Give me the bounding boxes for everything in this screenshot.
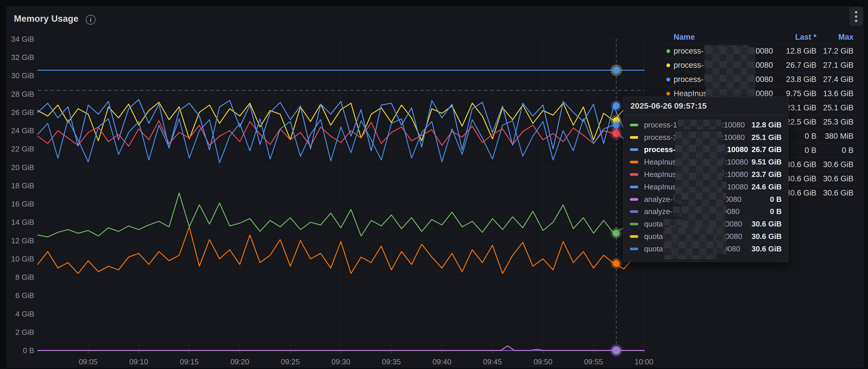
legend-last-value: 12.8 GiB [773,47,816,56]
tooltip-series-swatch [630,248,638,250]
tooltip-series-swatch [630,148,638,151]
y-axis-label: 12 GiB [11,236,34,245]
hover-point [613,130,620,137]
hover-point [612,346,620,355]
tooltip-series-swatch [630,235,638,238]
legend-last-value: 23.8 GiB [773,75,816,84]
y-axis-label: 10 GiB [11,254,34,263]
tooltip-series-swatch [630,161,638,163]
hover-point [613,67,620,74]
tooltip-series-value: 24.6 GiB [751,182,782,191]
hover-point [613,102,620,110]
legend-header: Name Last * Max [662,30,860,44]
tooltip-series-swatch [630,173,638,176]
y-axis-label: 32 GiB [11,53,34,62]
legend-max-value: 25.3 GiB [816,118,860,127]
legend-max-value: 30.6 GiB [816,189,860,197]
legend-series-dot [666,92,670,96]
y-axis-label: 30 GiB [11,71,34,80]
tooltip-series-swatch [630,186,638,188]
tooltip-series-name: process-1:10080 [644,120,748,130]
legend-row-2[interactable]: process-:1008026.7 GiB27.1 GiB [662,58,860,72]
tooltip-series-value: 30.6 GiB [751,219,782,228]
tooltip-series-value: 30.6 GiB [751,244,782,253]
y-axis-label: 16 GiB [11,199,34,208]
y-axis-label: 14 GiB [11,218,34,226]
legend-header-name[interactable]: Name [662,33,773,42]
y-axis-label: 20 GiB [11,163,34,172]
tooltip-series-value: 9.51 GiB [751,158,782,166]
legend-max-value: 0 B [816,146,860,155]
hover-point [613,260,620,267]
y-axis-label: 6 GiB [16,291,34,300]
tooltip-row-1: process-1:1008012.8 GiB [630,119,782,131]
redaction-block [678,120,721,130]
x-axis-label: 10:00 [634,358,653,366]
y-axis-label: 4 GiB [16,310,34,318]
y-axis-label: 0 B [23,346,34,355]
redaction-patch [664,227,717,259]
chart-tooltip: 2025-06-26 09:57:15 process-1:1008012.8 … [623,97,788,262]
tooltip-series-swatch [630,198,638,201]
x-axis-label: 09:15 [180,358,199,366]
tooltip-series-swatch [630,136,638,139]
tooltip-series-swatch [630,210,638,213]
x-axis-label: 09:55 [584,358,603,366]
x-axis-label: 09:45 [483,358,502,366]
legend-max-value: 30.6 GiB [816,174,860,183]
tooltip-series-value: 12.8 GiB [751,121,782,129]
tooltip-series-value: 23.7 GiB [751,170,782,179]
y-axis-label: 18 GiB [11,181,34,190]
x-axis-label: 09:05 [79,358,98,366]
tooltip-timestamp: 2025-06-26 09:57:15 [623,97,788,115]
tooltip-series-swatch [630,223,638,225]
x-axis-label: 09:40 [433,358,452,366]
x-axis-label: 09:30 [332,358,350,366]
legend-max-value: 17.2 GiB [816,47,860,56]
y-axis-label: 24 GiB [11,126,34,135]
y-axis-label: 8 GiB [16,273,34,281]
legend-header-last[interactable]: Last * [773,33,816,42]
tooltip-series-value: 0 B [770,195,782,204]
legend-max-value: 13.6 GiB [816,89,860,98]
y-axis-label: 26 GiB [11,108,34,117]
x-axis-label: 09:35 [382,358,401,366]
tooltip-series-value: 26.7 GiB [751,145,782,154]
tooltip-series-value: 0 B [770,207,782,216]
y-axis-label: 2 GiB [16,328,34,337]
y-axis-label: 28 GiB [11,90,34,98]
x-axis-label: 09:10 [129,358,148,366]
legend-header-max[interactable]: Max [816,33,860,42]
x-axis-label: 09:20 [230,358,249,366]
memory-usage-panel: Memory Usage i 0 B2 GiB4 GiB6 GiB8 GiB10… [7,6,863,367]
legend-max-value: 25.1 GiB [816,103,860,112]
legend-max-value: 30.6 GiB [816,160,860,169]
legend-series-dot [666,63,670,67]
redaction-patch [675,131,722,202]
x-axis-label: 09:50 [534,358,553,366]
y-axis-label: 22 GiB [11,145,34,153]
legend-series-dot [666,49,670,53]
tooltip-series-swatch [630,124,638,126]
legend-max-value: 27.4 GiB [816,75,860,84]
hover-point [613,230,620,237]
legend-row-3[interactable]: process-:1008023.8 GiB27.4 GiB [662,72,860,86]
legend-row-1[interactable]: process-:1008012.8 GiB17.2 GiB [662,44,860,58]
tooltip-series-value: 25.1 GiB [751,133,782,142]
y-axis-label: 34 GiB [11,35,34,43]
legend-max-value: 380 MiB [816,132,860,141]
legend-max-value: 27.1 GiB [816,61,860,70]
legend-last-value: 26.7 GiB [773,61,816,70]
x-axis-label: 09:25 [281,358,300,366]
tooltip-series-value: 30.6 GiB [751,232,782,241]
legend-series-dot [666,78,670,82]
